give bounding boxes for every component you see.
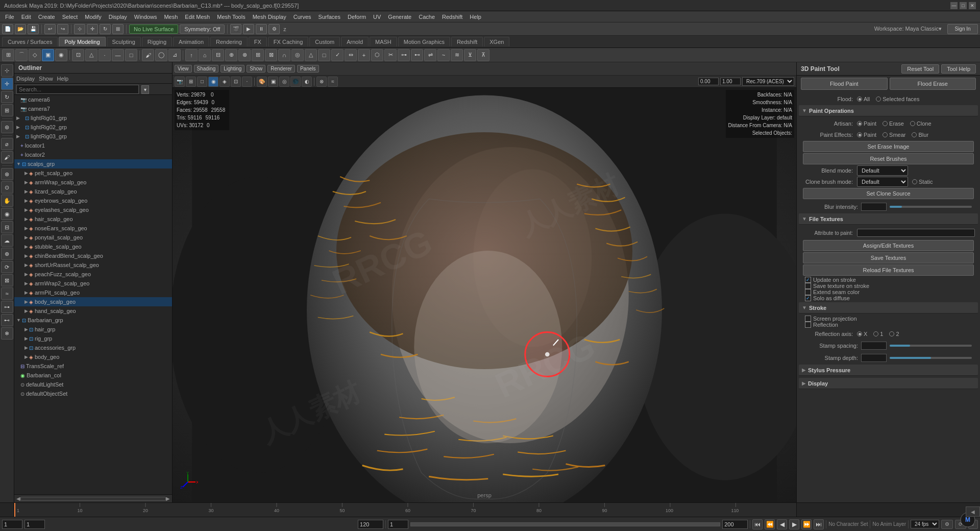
outliner-item-noseears[interactable]: ▶ ◈ noseEars_scalp_geo <box>14 224 172 233</box>
stylus-pressure-section[interactable]: ▶ Stylus Pressure <box>799 365 978 376</box>
repeat-tool[interactable]: ⟳ <box>1 261 13 273</box>
grab-tool[interactable]: ✋ <box>1 195 13 207</box>
vp-exposure-input[interactable] <box>698 78 719 85</box>
menu-help[interactable]: Help <box>467 13 484 21</box>
menu-edit[interactable]: Edit <box>18 13 34 21</box>
menu-windows[interactable]: Windows <box>131 13 160 21</box>
show-manip-tool[interactable]: ⊛ <box>1 121 13 133</box>
timeline-ruler[interactable]: 1 10 20 30 40 50 60 70 80 90 100 110 <box>14 503 796 517</box>
save-textures-btn[interactable]: Save Textures <box>803 252 974 263</box>
quadrangulate-btn[interactable]: □ <box>318 49 330 61</box>
outliner-item-pelt[interactable]: ▶ ◈ pelt_scalp_geo <box>14 168 172 178</box>
start-frame-input[interactable] <box>2 520 22 529</box>
outliner-scrollbar[interactable] <box>20 497 166 501</box>
tab-rendering[interactable]: Rendering <box>210 37 248 46</box>
selection-mask-btn[interactable]: ⊡ <box>72 49 84 61</box>
live-surface-btn[interactable]: No Live Surface <box>129 25 178 34</box>
vp-shadow-btn[interactable]: 🌑 <box>290 77 301 87</box>
outliner-item-chinbeard[interactable]: ▶ ◈ chinBeardBlend_scalp_geo <box>14 251 172 260</box>
jump-end-btn[interactable]: ⏭ <box>814 519 824 529</box>
jump-start-btn[interactable]: ⏮ <box>752 519 763 529</box>
render-seq-btn[interactable]: ▶ <box>243 24 254 34</box>
menu-display[interactable]: Display <box>106 13 130 21</box>
vp-smooth-shade-btn[interactable]: ◉ <box>208 77 218 87</box>
tab-sculpting[interactable]: Sculpting <box>107 37 141 46</box>
outliner-item-scalps-grp[interactable]: ▼ ⊡ scalps_grp <box>14 159 172 168</box>
outliner-item-accessories-grp[interactable]: ▶ ⊡ accessories_grp <box>14 343 172 352</box>
slide-edge-btn[interactable]: ⇌ <box>424 49 436 61</box>
rotate-tool-btn[interactable]: ↻ <box>100 24 111 34</box>
tab-fx-caching[interactable]: FX Caching <box>268 37 308 46</box>
pe-blur-radio[interactable]: Blur <box>912 132 928 138</box>
range-start-input[interactable] <box>388 520 408 529</box>
outliner-item-armwrap2[interactable]: ▶ ◈ armWrap2_scalp_geo <box>14 279 172 288</box>
flood-all-radio[interactable]: All <box>857 96 870 102</box>
menu-modify[interactable]: Modify <box>82 13 104 21</box>
menu-edit-mesh[interactable]: Edit Mesh <box>182 13 213 21</box>
snap-to-grid-btn[interactable]: ⊞ <box>2 49 14 61</box>
step-back-btn[interactable]: ⏪ <box>765 519 775 529</box>
outliner-item-lightrig03[interactable]: ▶ ⊡ lightRig03_grp <box>14 132 172 141</box>
outliner-search-input[interactable] <box>16 85 139 94</box>
snap-active-btn[interactable]: ◉ <box>55 49 67 61</box>
soft-select-btn[interactable]: ◯ <box>155 49 167 61</box>
foamy-tool[interactable]: ☁ <box>1 234 13 247</box>
search-filter-btn[interactable]: ▾ <box>141 85 149 94</box>
menu-mesh[interactable]: Mesh <box>161 13 181 21</box>
outliner-item-armpit[interactable]: ▶ ◈ armPit_scalp_geo <box>14 288 172 297</box>
snap-to-point-btn[interactable]: ◇ <box>29 49 41 61</box>
outliner-item-lizard[interactable]: ▶ ◈ lizard_scalp_geo <box>14 187 172 196</box>
merge-btn[interactable]: ⊕ <box>225 49 237 61</box>
range-end-input[interactable] <box>722 520 748 529</box>
lasso-select-tool[interactable]: ⌀ <box>1 138 13 150</box>
smooth-btn[interactable]: ◎ <box>291 49 304 61</box>
render-btn[interactable]: 🎬 <box>230 24 241 34</box>
tab-poly-modeling[interactable]: Poly Modeling <box>59 37 105 46</box>
outliner-item-hand-scalp[interactable]: ▶ ◈ hand_scalp_geo <box>14 306 172 316</box>
maximize-button[interactable]: □ <box>960 2 967 9</box>
update-on-stroke-check[interactable]: ✓ Update on stroke <box>805 277 972 283</box>
outliner-item-camera7[interactable]: 📷 camera7 <box>14 104 172 113</box>
blur-intensity-track[interactable] <box>890 206 972 208</box>
tab-animation[interactable]: Animation <box>173 37 209 46</box>
vp-ssao-btn[interactable]: ◐ <box>302 77 312 87</box>
tool-help-btn[interactable]: Tool Help <box>941 64 976 74</box>
set-clone-source-btn[interactable]: Set Clone Source <box>803 188 974 199</box>
layout-btn[interactable]: ⊼ <box>477 49 489 61</box>
outliner-item-body-scalp[interactable]: ▶ ◈ body_scalp_geo <box>14 297 172 306</box>
scale-tool-btn[interactable]: ⊞ <box>112 24 124 34</box>
bevel-btn[interactable]: ⌂ <box>199 49 211 61</box>
vp-bounding-box-btn[interactable]: ⊡ <box>231 77 241 87</box>
screen-projection-check[interactable]: Screen projection <box>805 316 972 322</box>
target-weld-btn[interactable]: ⊷ <box>411 49 423 61</box>
stamp-depth-track[interactable] <box>890 357 972 359</box>
outliner-item-locator2[interactable]: + locator2 <box>14 150 172 159</box>
vp-points-btn[interactable]: · <box>242 77 252 87</box>
tab-fx[interactable]: FX <box>249 37 267 46</box>
pe-smear-radio[interactable]: Smear <box>883 132 905 138</box>
tab-motion-graphics[interactable]: Motion Graphics <box>398 37 450 46</box>
vp-motion-blur-btn[interactable]: ≈ <box>328 77 338 87</box>
artisan-clone-radio[interactable]: Clone <box>910 120 932 127</box>
symmetry-btn[interactable]: Symmetry: Off <box>180 25 225 34</box>
tab-rigging[interactable]: Rigging <box>142 37 172 46</box>
right-panel-collapse[interactable]: ◀ <box>966 506 980 517</box>
flood-selected-radio[interactable]: Selected faces <box>876 96 919 102</box>
fps-select[interactable]: 24 fps 30 fps <box>911 520 939 528</box>
menu-file[interactable]: File <box>2 13 17 21</box>
extend-seam-check[interactable]: Extend seam color <box>805 289 972 295</box>
vertex-btn[interactable]: · <box>99 49 111 61</box>
spray-tool[interactable]: ⊕ <box>1 248 13 260</box>
outliner-item-camera6[interactable]: 📷 camera6 <box>14 95 172 104</box>
scale-tool[interactable]: ⊞ <box>1 104 13 116</box>
open-file-btn[interactable]: 📂 <box>15 24 26 34</box>
tab-curves-surfaces[interactable]: Curves / Surfaces <box>2 37 58 46</box>
multi-cut-btn[interactable]: ✂ <box>384 49 397 61</box>
flatten-tool[interactable]: ⊟ <box>1 221 13 233</box>
step-fwd-btn[interactable]: ⏩ <box>801 519 812 529</box>
menu-mesh-display[interactable]: Mesh Display <box>250 13 289 21</box>
imprint-tool[interactable]: ⊠ <box>1 274 13 286</box>
outliner-item-transscale[interactable]: ⊟ TransScale_ref <box>14 361 172 371</box>
vp-show-btn[interactable]: Show <box>247 65 265 73</box>
outliner-item-lightrig02[interactable]: ▶ ⊡ lightRig02_grp <box>14 123 172 132</box>
